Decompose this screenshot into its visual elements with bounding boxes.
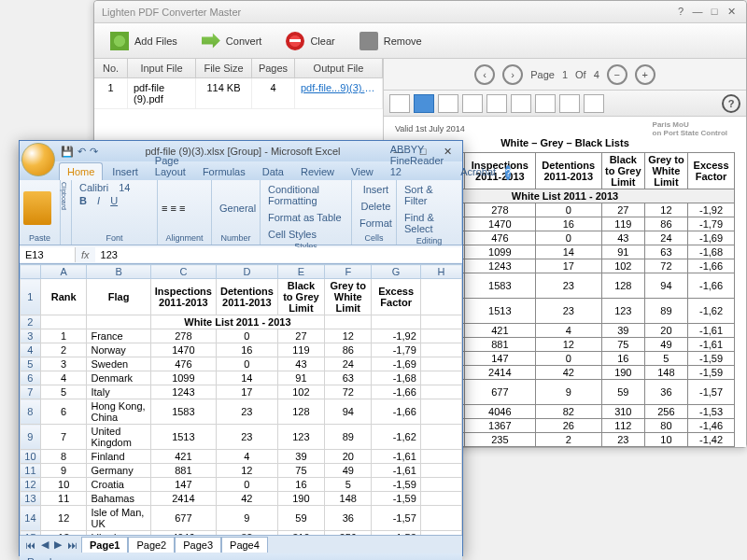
trash-icon [359, 32, 378, 50]
office-button[interactable] [21, 143, 55, 176]
paris-mou-logo: Paris MoUon Port State Control [653, 120, 727, 137]
cond-fmt-button[interactable]: Conditional Formatting [264, 182, 347, 208]
pdf-title: Lighten PDF Converter Master [102, 7, 241, 18]
undo-icon[interactable]: ↶ [78, 146, 86, 158]
paste-icon[interactable] [23, 191, 51, 225]
pdf-toolbar: Add Files Convert Clear Remove [94, 23, 746, 59]
ribbon-tab-view[interactable]: View [344, 163, 381, 180]
fmt-icon-7[interactable] [535, 94, 556, 113]
add-files-button[interactable]: Add Files [100, 27, 188, 55]
fmt-icon-1[interactable] [389, 94, 410, 113]
prev-page-button[interactable]: ‹ [474, 64, 495, 85]
maximize-icon[interactable]: □ [707, 6, 722, 19]
close-icon[interactable]: ✕ [724, 6, 739, 19]
arrow-icon [202, 32, 220, 50]
minus-icon [286, 32, 304, 50]
sheet-tabs: ⏮ ◀ ▶ ⏭ Page1Page2Page3Page4 [20, 535, 462, 553]
clear-button[interactable]: Clear [275, 27, 345, 55]
format-icons: ? [384, 91, 746, 117]
sheet-tab[interactable]: Page3 [175, 537, 221, 553]
ribbon-help-icon[interactable]: ? [505, 165, 511, 180]
pdf-titlebar: Lighten PDF Converter Master ? — □ ✕ [94, 1, 746, 23]
convert-button[interactable]: Convert [191, 27, 273, 55]
output-file-link[interactable]: pdf-file...9)(3).xlsx [295, 78, 383, 108]
file-list-header: No. Input File File Size Pages Output Fi… [94, 59, 383, 78]
help-icon[interactable]: ? [722, 94, 740, 113]
ribbon: Paste Clipboard Calibri 14B I UFont ≡ ≡ … [20, 180, 462, 245]
sheet-next-button[interactable]: ▶ [52, 539, 63, 551]
status-bar: Ready [20, 553, 462, 560]
formula-value[interactable]: 123 [95, 247, 462, 262]
sheet-tab[interactable]: Page1 [81, 537, 128, 553]
fmt-icon-8[interactable] [559, 94, 580, 113]
underline-button[interactable]: U [106, 193, 121, 208]
formula-bar: E13 fx 123 [20, 245, 462, 264]
page-current: 1 [562, 69, 568, 80]
sheet-tab[interactable]: Page4 [221, 537, 268, 553]
ribbon-tab-formulas[interactable]: Formulas [195, 163, 253, 180]
fmt-icon-4[interactable] [462, 94, 483, 113]
page-total: 4 [594, 69, 599, 80]
zoom-in-button[interactable]: + [635, 64, 655, 85]
ribbon-tab-review[interactable]: Review [293, 163, 342, 180]
name-box[interactable]: E13 [20, 247, 76, 262]
italic-button[interactable]: I [93, 193, 104, 208]
spreadsheet-grid[interactable]: ABCDEFGH1RankFlagInspections 2011-2013De… [20, 264, 462, 535]
bold-button[interactable]: B [76, 193, 91, 208]
excel-window: 💾 ↶ ↷ pdf-file (9)(3).xlsx [Group] - Mic… [19, 140, 463, 556]
ribbon-tab-insert[interactable]: Insert [105, 163, 146, 180]
fmt-icon-3[interactable] [438, 94, 458, 113]
fmt-icon-9[interactable] [584, 94, 604, 113]
fmt-icon-2[interactable] [414, 94, 434, 113]
excel-title: pdf-file (9)(3).xlsx [Group] - Microsoft… [98, 146, 388, 157]
ribbon-tab-data[interactable]: Data [255, 163, 291, 180]
fmt-icon-5[interactable] [486, 94, 507, 113]
sheet-first-button[interactable]: ⏮ [23, 539, 37, 551]
remove-button[interactable]: Remove [349, 27, 432, 55]
ribbon-tab-page-layout[interactable]: Page Layout [148, 152, 193, 180]
quick-access-toolbar: 💾 ↶ ↷ [61, 146, 98, 158]
plus-icon [110, 32, 129, 50]
save-icon[interactable]: 💾 [61, 146, 74, 158]
ribbon-tab-home[interactable]: Home [59, 162, 103, 180]
fx-icon[interactable]: fx [76, 249, 95, 260]
page-nav: ‹ › Page 1 Of 4 − + [384, 59, 746, 91]
help-icon[interactable]: ? [673, 6, 688, 19]
sheet-prev-button[interactable]: ◀ [39, 539, 50, 551]
file-list-row[interactable]: 1 pdf-file (9).pdf 114 KB 4 pdf-file...9… [94, 78, 383, 109]
minimize-icon[interactable]: — [690, 6, 705, 19]
redo-icon[interactable]: ↷ [90, 146, 98, 158]
ribbon-tabs: HomeInsertPage LayoutFormulasDataReviewV… [20, 161, 462, 180]
sheet-last-button[interactable]: ⏭ [65, 539, 79, 551]
next-page-button[interactable]: › [502, 64, 523, 85]
zoom-out-button[interactable]: − [607, 64, 627, 85]
ribbon-tab-acrobat[interactable]: Acrobat [453, 163, 503, 180]
ribbon-tab-abbyy-finereader-12[interactable]: ABBYY FineReader 12 [383, 141, 451, 180]
fmt-icon-6[interactable] [511, 94, 531, 113]
sheet-tab[interactable]: Page2 [128, 537, 175, 553]
